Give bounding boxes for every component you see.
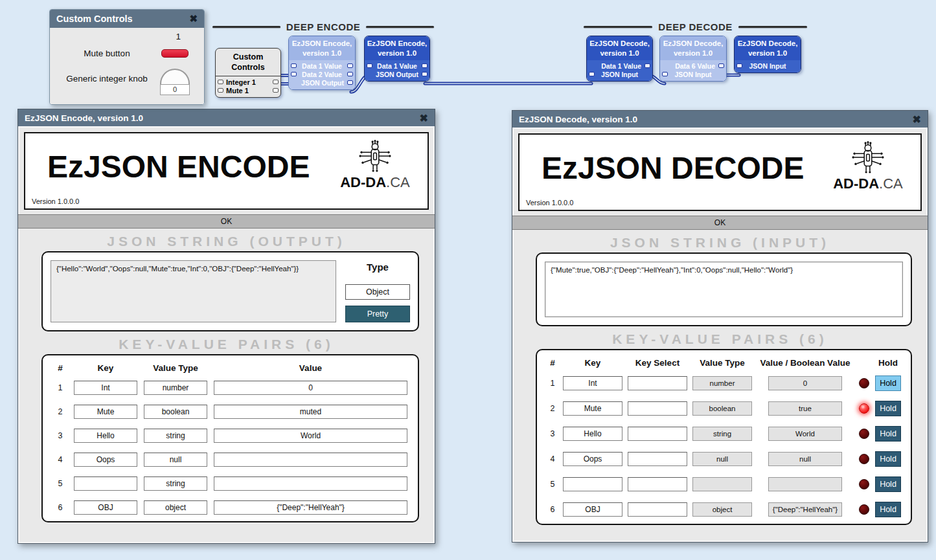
row-number: 5	[53, 479, 67, 488]
input-port-icon[interactable]	[736, 63, 742, 68]
port-data-1-value[interactable]: Data 1 Value	[589, 62, 650, 70]
port-integer-1[interactable]: Integer 1	[218, 78, 279, 86]
type-value-selector[interactable]: Object	[345, 284, 410, 300]
port-json-input[interactable]: JSON Input	[736, 62, 799, 70]
port-data-2-value[interactable]: Data 2 Value	[291, 70, 353, 78]
input-port-icon[interactable]	[662, 72, 668, 76]
key-select-input[interactable]	[628, 452, 687, 466]
hold-button[interactable]: Hold	[875, 426, 901, 442]
status-bar: OK	[18, 214, 435, 229]
integer-knob[interactable]: 0	[160, 69, 190, 95]
key-input[interactable]	[563, 401, 622, 416]
table-row: 1	[53, 381, 407, 395]
col-value-type: Value Type	[144, 363, 207, 373]
node-ezjson-encode-2[interactable]: EzJSON Encode, version 1.0 Data 1 Value …	[364, 36, 430, 82]
port-data-6-value[interactable]: Data 6 Value	[662, 62, 724, 70]
node-ezjson-decode-3[interactable]: EzJSON Decode, version 1.0 JSON Input	[734, 36, 801, 73]
key-select-input[interactable]	[628, 502, 687, 517]
value-type-input[interactable]	[144, 405, 207, 419]
close-icon[interactable]: ✖	[913, 113, 921, 126]
key-input[interactable]	[74, 405, 137, 419]
table-row: 5 Hold	[547, 476, 900, 492]
port-json-output[interactable]: JSON Output	[291, 78, 353, 87]
output-port-icon[interactable]	[422, 72, 428, 76]
table-row: 4	[53, 453, 407, 467]
hold-button[interactable]: Hold	[875, 451, 901, 467]
hold-button[interactable]: Hold	[875, 375, 901, 391]
value-input[interactable]	[214, 405, 407, 419]
value-display: 0	[768, 376, 842, 390]
encode-logo-banner: EzJSON ENCODE	[24, 132, 429, 210]
table-row: 6	[53, 500, 407, 515]
decode-heading: EzJSON DECODE	[542, 150, 804, 186]
key-input[interactable]	[563, 477, 622, 491]
output-port-icon[interactable]	[645, 63, 650, 68]
output-port-icon[interactable]	[347, 63, 353, 68]
value-type-display: null	[692, 452, 752, 466]
key-input[interactable]	[74, 476, 137, 491]
close-icon[interactable]: ✖	[420, 112, 428, 124]
boolean-led-indicator	[859, 403, 869, 414]
key-input[interactable]	[563, 452, 622, 466]
key-select-input[interactable]	[628, 427, 687, 441]
port-data-1-value[interactable]: Data 1 Value	[367, 62, 428, 70]
json-input-panel: {"Mute":true,"OBJ":{"Deep":"HellYeah"},"…	[536, 252, 912, 326]
encode-window-titlebar[interactable]: EzJSON Encode, version 1.0 ✖	[18, 109, 435, 126]
input-port-icon[interactable]	[589, 72, 595, 76]
value-type-input[interactable]	[144, 429, 207, 443]
port-json-input[interactable]: JSON Input	[589, 70, 650, 78]
node-ezjson-decode-2[interactable]: EzJSON Decode, version 1.0 Data 6 Value …	[659, 36, 727, 82]
input-port-icon[interactable]	[291, 72, 297, 76]
value-type-input[interactable]	[144, 381, 207, 395]
key-input[interactable]	[74, 429, 137, 443]
key-input[interactable]	[74, 381, 137, 395]
input-port-icon[interactable]	[291, 63, 297, 68]
hold-button[interactable]: Hold	[875, 476, 901, 492]
input-port-icon[interactable]	[218, 88, 223, 93]
hold-button[interactable]: Hold	[875, 401, 901, 416]
output-port-icon[interactable]	[347, 80, 353, 85]
output-port-icon[interactable]	[273, 88, 279, 93]
value-type-input[interactable]	[144, 476, 207, 491]
key-input[interactable]	[563, 376, 622, 390]
adda-brand: AD-DA.CA	[826, 141, 910, 192]
node-custom-controls[interactable]: Custom Controls Integer 1 Mute 1	[215, 48, 281, 98]
output-port-icon[interactable]	[422, 63, 428, 68]
key-input[interactable]	[74, 453, 137, 467]
output-port-icon[interactable]	[347, 72, 353, 76]
key-input[interactable]	[74, 500, 137, 515]
key-input[interactable]	[563, 502, 622, 517]
col-value-boolean: Value / Boolean Value	[757, 358, 853, 368]
decode-window-titlebar[interactable]: EzJSON Decode, version 1.0 ✖	[512, 111, 928, 128]
output-port-icon[interactable]	[273, 80, 279, 84]
json-output-textarea[interactable]: {"Hello":"World","Oops":null,"Mute":true…	[51, 260, 336, 322]
key-select-input[interactable]	[628, 477, 687, 491]
node-ezjson-decode-1[interactable]: EzJSON Decode, version 1.0 Data 1 Value …	[586, 36, 653, 82]
port-json-output[interactable]: JSON Output	[367, 70, 428, 78]
port-data-1-value[interactable]: Data 1 Value	[291, 62, 353, 70]
input-port-icon[interactable]	[367, 63, 372, 68]
input-port-icon[interactable]	[218, 80, 223, 84]
port-mute-1[interactable]: Mute 1	[218, 86, 279, 95]
value-input[interactable]	[214, 381, 407, 395]
value-type-input[interactable]	[144, 500, 207, 515]
json-input-textarea[interactable]: {"Mute":true,"OBJ":{"Deep":"HellYeah"},"…	[545, 262, 903, 317]
value-input[interactable]	[214, 500, 407, 515]
node-ezjson-encode-1[interactable]: EzJSON Encode, version 1.0 Data 1 Value …	[288, 36, 356, 90]
key-input[interactable]	[563, 427, 622, 441]
value-input[interactable]	[214, 429, 407, 443]
pretty-button[interactable]: Pretty	[345, 306, 410, 322]
value-input[interactable]	[214, 453, 407, 467]
port-json-input[interactable]: JSON Input	[662, 70, 724, 78]
value-type-input[interactable]	[144, 453, 207, 467]
custom-controls-titlebar[interactable]: Custom Controls ✖	[50, 10, 204, 28]
output-port-icon[interactable]	[718, 63, 724, 68]
key-select-input[interactable]	[628, 376, 687, 390]
mute-button[interactable]	[161, 49, 188, 58]
key-select-input[interactable]	[628, 401, 687, 416]
table-row: 3 string World Hold	[547, 426, 900, 442]
close-icon[interactable]: ✖	[189, 13, 198, 25]
hold-button[interactable]: Hold	[875, 502, 901, 517]
value-input[interactable]	[214, 476, 407, 491]
knob-dial-icon[interactable]	[160, 69, 190, 84]
